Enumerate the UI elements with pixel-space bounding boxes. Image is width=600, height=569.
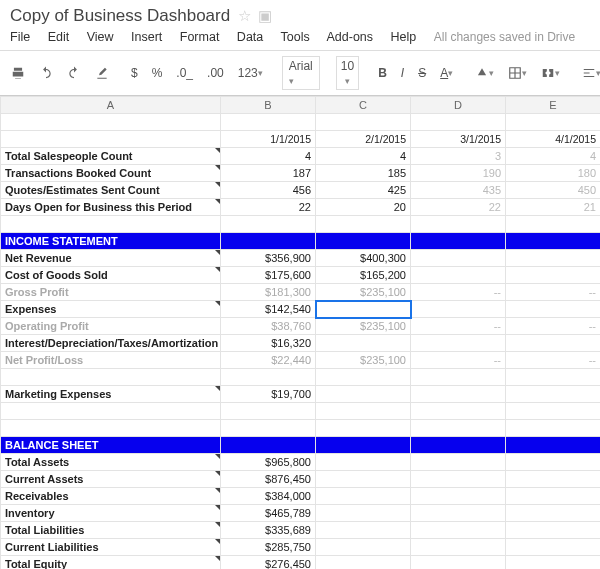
cell[interactable]: $384,000 — [221, 488, 316, 505]
cell[interactable]: $276,450 — [221, 556, 316, 570]
cell[interactable] — [506, 250, 601, 267]
cell[interactable] — [1, 131, 221, 148]
col-header-b[interactable]: B — [221, 97, 316, 114]
section-header[interactable]: BALANCE SHEET — [1, 437, 221, 454]
menu-data[interactable]: Data — [237, 30, 263, 44]
italic-button[interactable]: I — [398, 64, 407, 82]
cell[interactable] — [506, 335, 601, 352]
merge-button[interactable] — [538, 64, 563, 82]
cell[interactable]: $356,900 — [221, 250, 316, 267]
menu-format[interactable]: Format — [180, 30, 220, 44]
currency-button[interactable]: $ — [128, 64, 141, 82]
cell[interactable]: $876,450 — [221, 471, 316, 488]
cell[interactable]: 3/1/2015 — [411, 131, 506, 148]
cell[interactable]: 4/1/2015 — [506, 131, 601, 148]
cell[interactable]: Net Revenue — [1, 250, 221, 267]
cell[interactable] — [411, 556, 506, 570]
cell[interactable] — [316, 301, 411, 318]
dec-decrease-button[interactable]: .0_ — [173, 64, 196, 82]
cell[interactable] — [316, 505, 411, 522]
cell[interactable]: 4 — [506, 148, 601, 165]
cell[interactable] — [411, 522, 506, 539]
cell[interactable] — [411, 301, 506, 318]
cell[interactable]: Gross Profit — [1, 284, 221, 301]
cell[interactable] — [316, 522, 411, 539]
cell[interactable]: $285,750 — [221, 539, 316, 556]
cell[interactable] — [411, 505, 506, 522]
cell[interactable]: 2/1/2015 — [316, 131, 411, 148]
menu-addons[interactable]: Add-ons — [327, 30, 374, 44]
cell[interactable] — [506, 505, 601, 522]
font-size-select[interactable]: 10 — [336, 56, 359, 90]
cell[interactable]: -- — [411, 352, 506, 369]
cell[interactable]: Days Open for Business this Period — [1, 199, 221, 216]
cell[interactable] — [411, 267, 506, 284]
cell[interactable] — [506, 301, 601, 318]
cell[interactable] — [411, 488, 506, 505]
cell[interactable]: 185 — [316, 165, 411, 182]
cell[interactable]: $142,540 — [221, 301, 316, 318]
col-header-e[interactable]: E — [506, 97, 601, 114]
cell[interactable] — [316, 454, 411, 471]
undo-icon[interactable] — [36, 64, 56, 82]
cell[interactable] — [506, 556, 601, 570]
cell[interactable]: Net Profit/Loss — [1, 352, 221, 369]
percent-button[interactable]: % — [149, 64, 166, 82]
cell[interactable] — [506, 454, 601, 471]
cell[interactable]: -- — [411, 318, 506, 335]
col-header-d[interactable]: D — [411, 97, 506, 114]
cell[interactable]: Total Liabilities — [1, 522, 221, 539]
cell[interactable]: $335,689 — [221, 522, 316, 539]
redo-icon[interactable] — [64, 64, 84, 82]
halign-button[interactable] — [579, 64, 600, 82]
numfmt-button[interactable]: 123 — [235, 64, 266, 82]
cell[interactable] — [411, 250, 506, 267]
cell[interactable]: -- — [506, 318, 601, 335]
folder-icon[interactable]: ▣ — [258, 7, 272, 25]
cell[interactable] — [316, 556, 411, 570]
cell[interactable]: Total Equity — [1, 556, 221, 570]
cell[interactable] — [506, 471, 601, 488]
cell[interactable] — [316, 471, 411, 488]
menu-edit[interactable]: Edit — [48, 30, 70, 44]
cell[interactable] — [411, 471, 506, 488]
cell[interactable]: $38,760 — [221, 318, 316, 335]
font-family-select[interactable]: Arial — [282, 56, 320, 90]
cell[interactable]: $465,789 — [221, 505, 316, 522]
cell[interactable]: 1/1/2015 — [221, 131, 316, 148]
cell[interactable] — [506, 488, 601, 505]
menu-view[interactable]: View — [87, 30, 114, 44]
cell[interactable] — [506, 539, 601, 556]
cell[interactable]: $235,100 — [316, 284, 411, 301]
cell[interactable] — [316, 539, 411, 556]
cell[interactable]: 190 — [411, 165, 506, 182]
cell[interactable]: 425 — [316, 182, 411, 199]
print-icon[interactable] — [8, 64, 28, 82]
cell[interactable]: 22 — [221, 199, 316, 216]
cell[interactable] — [316, 488, 411, 505]
cell[interactable] — [411, 539, 506, 556]
star-icon[interactable]: ☆ — [238, 7, 251, 25]
cell[interactable]: Expenses — [1, 301, 221, 318]
cell[interactable]: Operating Profit — [1, 318, 221, 335]
col-header-a[interactable]: A — [1, 97, 221, 114]
cell[interactable]: Current Liabilities — [1, 539, 221, 556]
cell[interactable]: $19,700 — [221, 386, 316, 403]
cell[interactable]: Inventory — [1, 505, 221, 522]
cell[interactable]: Interest/Depreciation/Taxes/Amortization — [1, 335, 221, 352]
cell[interactable]: $22,440 — [221, 352, 316, 369]
menu-help[interactable]: Help — [391, 30, 417, 44]
cell[interactable]: Cost of Goods Sold — [1, 267, 221, 284]
cell[interactable]: $235,100 — [316, 318, 411, 335]
section-header[interactable]: INCOME STATEMENT — [1, 233, 221, 250]
cell[interactable]: 20 — [316, 199, 411, 216]
cell[interactable]: 450 — [506, 182, 601, 199]
cell[interactable]: $965,800 — [221, 454, 316, 471]
doc-title[interactable]: Copy of Business Dashboard — [10, 6, 230, 26]
spreadsheet-grid[interactable]: A B C D E 1/1/2015 2/1/2015 3/1/2015 4/1… — [0, 96, 600, 569]
cell[interactable]: Total Assets — [1, 454, 221, 471]
cell[interactable]: 187 — [221, 165, 316, 182]
cell[interactable] — [411, 454, 506, 471]
fill-color-button[interactable] — [472, 64, 497, 82]
cell[interactable]: $165,200 — [316, 267, 411, 284]
